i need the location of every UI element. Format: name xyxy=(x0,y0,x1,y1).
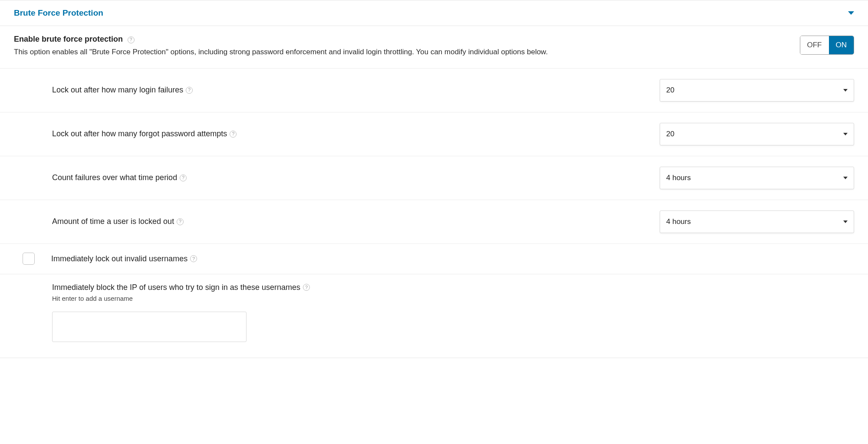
help-icon[interactable]: ? xyxy=(190,255,197,262)
row-label-lockout-time: Amount of time a user is locked out ? xyxy=(52,217,660,226)
brute-force-panel: Brute Force Protection Enable brute forc… xyxy=(0,0,868,358)
panel-header[interactable]: Brute Force Protection xyxy=(0,0,868,26)
row-label-block-ip: Immediately block the IP of users who tr… xyxy=(52,283,854,292)
checkbox-lock-invalid-usernames[interactable] xyxy=(23,253,35,265)
row-lockout-time: Amount of time a user is locked out ? 4 … xyxy=(0,200,868,244)
enable-text: Enable brute force protection ? This opt… xyxy=(14,35,800,58)
label-text: Count failures over what time period xyxy=(52,173,177,182)
select-lockout-time[interactable]: 4 hours xyxy=(660,210,854,233)
enable-toggle[interactable]: OFF ON xyxy=(800,36,855,55)
label-text: Lock out after how many forgot password … xyxy=(52,129,227,138)
select-login-failures[interactable]: 20 xyxy=(660,79,854,102)
chevron-down-icon xyxy=(843,89,848,92)
chevron-down-icon xyxy=(843,220,848,223)
row-count-period: Count failures over what time period ? 4… xyxy=(0,156,868,200)
select-forgot-attempts[interactable]: 20 xyxy=(660,123,854,145)
toggle-off[interactable]: OFF xyxy=(800,36,829,54)
help-icon[interactable]: ? xyxy=(303,284,310,291)
row-control: 20 xyxy=(660,79,854,102)
row-control: 4 hours xyxy=(660,210,854,233)
select-value: 20 xyxy=(666,86,674,95)
help-icon[interactable]: ? xyxy=(128,36,135,43)
row-control: 4 hours xyxy=(660,167,854,189)
select-count-period[interactable]: 4 hours xyxy=(660,167,854,189)
help-icon[interactable]: ? xyxy=(177,218,184,225)
toggle-on[interactable]: ON xyxy=(829,36,854,54)
help-icon[interactable]: ? xyxy=(230,131,237,138)
help-icon[interactable]: ? xyxy=(186,87,193,94)
row-lock-invalid-usernames: Immediately lock out invalid usernames ? xyxy=(0,244,868,274)
row-login-failures: Lock out after how many login failures ?… xyxy=(0,69,868,112)
chevron-down-icon xyxy=(843,133,848,135)
enable-heading: Enable brute force protection xyxy=(14,35,123,43)
row-label-count-period: Count failures over what time period ? xyxy=(52,173,660,182)
chevron-down-icon xyxy=(843,177,848,179)
row-block-ip: Immediately block the IP of users who tr… xyxy=(0,274,868,358)
checkbox-wrap: Immediately lock out invalid usernames ? xyxy=(23,253,197,265)
enable-description: This option enables all "Brute Force Pro… xyxy=(14,46,789,58)
row-control: 20 xyxy=(660,123,854,145)
row-label-forgot-attempts: Lock out after how many forgot password … xyxy=(52,129,660,138)
select-value: 20 xyxy=(666,130,674,138)
select-value: 4 hours xyxy=(666,217,691,226)
select-value: 4 hours xyxy=(666,174,691,182)
label-text: Lock out after how many login failures xyxy=(52,86,183,95)
chevron-down-icon xyxy=(848,11,854,15)
panel-title: Brute Force Protection xyxy=(14,8,103,18)
enable-section: Enable brute force protection ? This opt… xyxy=(0,26,868,69)
username-input[interactable] xyxy=(52,312,247,342)
help-icon[interactable]: ? xyxy=(180,174,187,181)
label-text: Immediately lock out invalid usernames xyxy=(51,254,187,263)
label-text: Amount of time a user is locked out xyxy=(52,217,174,226)
label-text: Immediately block the IP of users who tr… xyxy=(52,283,300,292)
row-label-lock-invalid: Immediately lock out invalid usernames ? xyxy=(51,254,197,263)
row-label-login-failures: Lock out after how many login failures ? xyxy=(52,86,660,95)
block-ip-hint: Hit enter to add a username xyxy=(52,295,854,302)
row-forgot-attempts: Lock out after how many forgot password … xyxy=(0,112,868,156)
